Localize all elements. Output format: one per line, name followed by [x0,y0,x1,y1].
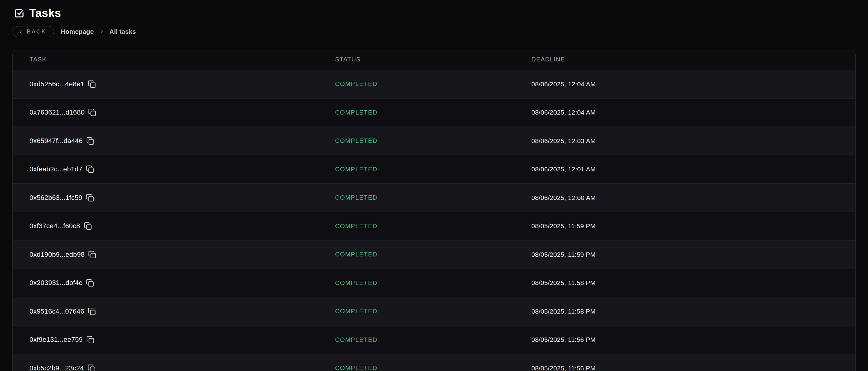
deadline: 08/06/2025, 12:01 AM [531,165,856,173]
status-badge: COMPLETED [335,81,377,87]
table-row: 0xfeab2c...eb1d7 COMPLETED 08/06/2025, 1… [12,155,856,184]
copy-icon[interactable] [88,307,96,315]
status-cell: COMPLETED [335,81,531,88]
copy-icon[interactable] [88,251,96,258]
copy-icon[interactable] [86,194,94,202]
page-title: Tasks [29,7,61,19]
table-row: 0xf37ce4...f60c8 COMPLETED 08/05/2025, 1… [12,212,856,241]
task-cell: 0xb5c2b9...23c24 [30,364,335,371]
copy-icon[interactable] [86,336,94,344]
task-cell: 0x9516c4...07646 [30,307,335,315]
breadcrumb-all-tasks[interactable]: All tasks [110,28,136,35]
task-cell: 0x562b63...1fc59 [30,194,335,202]
chevron-left-icon [19,29,23,34]
table-row: 0xd190b9...edb98 COMPLETED 08/05/2025, 1… [12,240,856,269]
task-cell: 0x65947f...da446 [30,137,335,145]
task-id: 0xf37ce4...f60c8 [30,222,80,230]
status-badge: COMPLETED [335,336,377,343]
chevron-right-icon [99,29,104,34]
task-cell: 0xd190b9...edb98 [30,251,335,258]
status-badge: COMPLETED [335,279,377,286]
task-cell: 0x763621...d1680 [30,109,335,116]
task-cell: 0xf9e131...ee759 [30,336,335,344]
deadline: 08/06/2025, 12:03 AM [531,137,856,145]
status-cell: COMPLETED [335,336,531,343]
tasks-page: Tasks BACK Homepage All tasks TASK STATU… [0,0,868,371]
table-row: 0xf9e131...ee759 COMPLETED 08/05/2025, 1… [12,326,856,354]
table-row: 0x65947f...da446 COMPLETED 08/06/2025, 1… [12,127,856,155]
table-body: 0xd5256c...4e8e1 COMPLETED 08/06/2025, 1… [12,70,856,371]
deadline: 08/05/2025, 11:59 PM [531,251,856,258]
task-id: 0x203931...dbf4c [30,279,82,287]
task-id: 0xd5256c...4e8e1 [30,80,84,88]
task-id: 0xb5c2b9...23c24 [30,364,84,371]
status-cell: COMPLETED [335,109,531,116]
column-header-deadline: DEADLINE [531,56,856,63]
breadcrumb: Homepage All tasks [61,28,136,35]
task-id: 0x763621...d1680 [30,109,85,116]
task-id: 0xf9e131...ee759 [30,336,83,344]
table-row: 0x763621...d1680 COMPLETED 08/06/2025, 1… [12,98,856,127]
table-row: 0xd5256c...4e8e1 COMPLETED 08/06/2025, 1… [12,70,856,98]
task-cell: 0xd5256c...4e8e1 [30,80,335,88]
deadline: 08/05/2025, 11:58 PM [531,279,856,286]
copy-icon[interactable] [86,279,94,287]
table-row: 0xb5c2b9...23c24 COMPLETED 08/05/2025, 1… [12,354,856,371]
table-row: 0x562b63...1fc59 COMPLETED 08/06/2025, 1… [12,183,856,212]
status-cell: COMPLETED [335,279,531,286]
task-cell: 0xfeab2c...eb1d7 [30,165,335,173]
status-cell: COMPLETED [335,137,531,144]
back-button-label: BACK [27,28,46,35]
table-row: 0x203931...dbf4c COMPLETED 08/05/2025, 1… [12,269,856,297]
task-id: 0x9516c4...07646 [30,307,84,315]
breadcrumb-homepage[interactable]: Homepage [61,28,94,35]
status-cell: COMPLETED [335,194,531,201]
status-badge: COMPLETED [335,223,377,229]
table-header: TASK STATUS DEADLINE [12,49,856,70]
deadline: 08/05/2025, 11:59 PM [531,222,856,230]
task-id: 0x562b63...1fc59 [30,194,82,202]
tasks-table: TASK STATUS DEADLINE 0xd5256c...4e8e1 CO… [12,49,856,371]
status-cell: COMPLETED [335,166,531,173]
status-cell: COMPLETED [335,223,531,230]
deadline: 08/05/2025, 11:56 PM [531,336,856,343]
task-id: 0xd190b9...edb98 [30,251,85,258]
page-header: Tasks [0,0,868,19]
copy-icon[interactable] [88,80,96,88]
task-id: 0x65947f...da446 [30,137,83,145]
check-square-icon [14,8,24,18]
status-badge: COMPLETED [335,137,377,144]
table-row: 0x9516c4...07646 COMPLETED 08/05/2025, 1… [12,297,856,326]
deadline: 08/05/2025, 11:56 PM [531,365,856,371]
copy-icon[interactable] [86,165,94,173]
column-header-task: TASK [30,56,335,63]
deadline: 08/05/2025, 11:58 PM [531,308,856,315]
copy-icon[interactable] [84,222,92,230]
copy-icon[interactable] [86,137,94,145]
status-badge: COMPLETED [335,109,377,116]
deadline: 08/06/2025, 12:00 AM [531,194,856,202]
column-header-status: STATUS [335,56,531,63]
back-button[interactable]: BACK [12,26,54,37]
toolbar: BACK Homepage All tasks [12,26,868,37]
task-id: 0xfeab2c...eb1d7 [30,165,82,173]
deadline: 08/06/2025, 12:04 AM [531,81,856,88]
task-cell: 0x203931...dbf4c [30,279,335,287]
status-badge: COMPLETED [335,251,377,258]
deadline: 08/06/2025, 12:04 AM [531,109,856,116]
task-cell: 0xf37ce4...f60c8 [30,222,335,230]
status-cell: COMPLETED [335,308,531,315]
status-badge: COMPLETED [335,166,377,173]
status-cell: COMPLETED [335,365,531,371]
status-badge: COMPLETED [335,194,377,201]
status-badge: COMPLETED [335,308,377,314]
copy-icon[interactable] [88,364,95,371]
copy-icon[interactable] [88,109,96,116]
status-cell: COMPLETED [335,251,531,258]
status-badge: COMPLETED [335,365,377,371]
